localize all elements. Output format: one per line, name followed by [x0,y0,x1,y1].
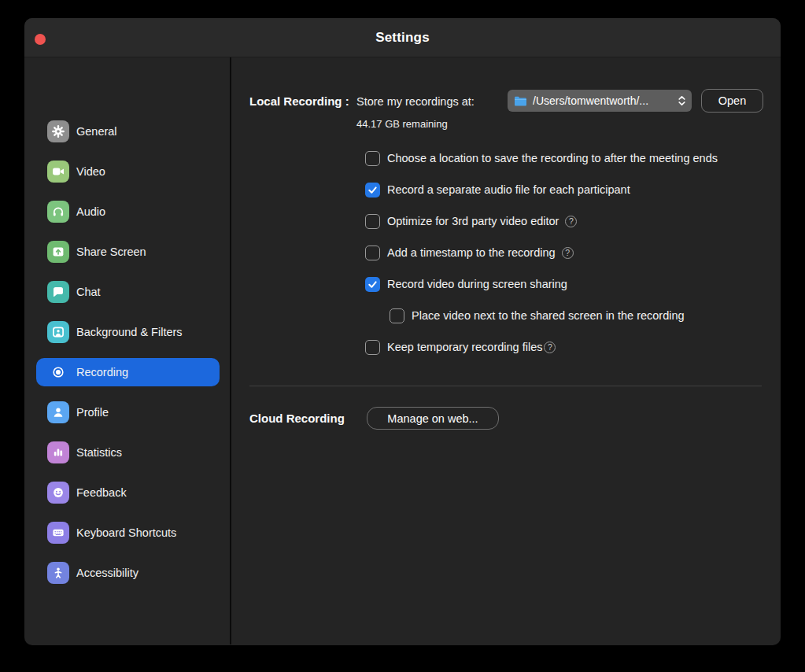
checkbox-unchecked[interactable] [365,151,380,166]
sidebar-item-label: Keyboard Shortcuts [76,526,176,539]
sidebar-item-statistics[interactable]: Statistics [36,438,220,467]
open-folder-button[interactable]: Open [701,89,763,113]
chat-bubble-icon [47,281,69,303]
share-screen-icon [47,241,69,263]
sidebar-item-video[interactable]: Video [36,157,220,186]
sidebar-item-label: Background & Filters [76,326,183,338]
bar-chart-icon [47,441,69,463]
checkbox-row: Place video next to the shared screen in… [390,305,685,327]
background-filters-icon [47,321,69,343]
checkbox-label: Place video next to the shared screen in… [412,309,685,322]
checkbox-label: Keep temporary recording files [387,341,542,353]
gear-icon [47,120,69,142]
sidebar-item-accessibility[interactable]: Accessibility [36,559,220,587]
cloud-recording-section-label: Cloud Recording [249,412,345,425]
sidebar-item-label: Video [76,165,105,178]
smiley-icon [47,482,69,504]
checkbox-row: Record a separate audio file for each pa… [365,179,630,201]
keyboard-icon [47,522,69,544]
title-bar: Settings [24,18,781,57]
sidebar-item-background-filters[interactable]: Background & Filters [36,318,220,346]
help-icon[interactable]: ? [562,247,574,259]
accessibility-icon [47,562,69,584]
manage-on-web-button[interactable]: Manage on web... [367,407,499,430]
sidebar-item-audio[interactable]: Audio [36,198,220,226]
sidebar-item-label: Audio [76,205,105,218]
sidebar-item-label: Profile [76,406,109,419]
sidebar-item-label: Statistics [76,446,122,459]
sidebar-item-label: Chat [76,286,101,298]
person-icon [47,401,69,423]
close-window-button[interactable] [35,34,46,45]
headphones-icon [47,201,69,223]
checkbox-unchecked[interactable] [365,214,380,229]
sidebar-item-share-screen[interactable]: Share Screen [36,238,220,266]
settings-window: Settings GeneralVideoAudioShare ScreenCh… [24,18,781,645]
checkbox-label: Record a separate audio file for each pa… [387,183,630,196]
checkbox-unchecked[interactable] [365,246,380,260]
checkbox-unchecked[interactable] [390,308,404,323]
local-recording-section-label: Local Recording : [249,94,349,108]
sidebar-item-recording[interactable]: Recording [36,358,220,386]
recording-settings-panel: Local Recording : Store my recordings at… [231,57,781,644]
sidebar-item-general[interactable]: General [36,117,220,146]
checkbox-row: Optimize for 3rd party video editor? [365,210,577,232]
help-icon[interactable]: ? [565,216,577,227]
record-icon [47,361,69,383]
sidebar-item-feedback[interactable]: Feedback [36,478,220,507]
recording-path-select[interactable]: /Users/tomwentworth/... [508,90,692,112]
sidebar-item-label: Share Screen [76,246,146,258]
checkbox-unchecked[interactable] [365,340,380,355]
checkbox-row: Keep temporary recording files? [365,336,556,358]
checkbox-label: Add a timestamp to the recording [387,246,556,259]
sidebar-item-chat[interactable]: Chat [36,278,220,306]
sidebar-item-label: Recording [76,366,128,378]
checkbox-label: Record video during screen sharing [387,278,567,290]
settings-sidebar: GeneralVideoAudioShare ScreenChatBackgro… [24,57,231,644]
video-camera-icon [47,161,69,183]
sidebar-item-label: Accessibility [76,567,138,579]
checkbox-label: Choose a location to save the recording … [387,152,718,164]
store-recordings-label: Store my recordings at: [356,95,475,108]
section-divider [249,386,762,386]
checkbox-label: Optimize for 3rd party video editor [387,215,559,227]
help-icon[interactable]: ? [544,342,556,353]
chevron-up-down-icon [678,94,686,107]
recording-path-value: /Users/tomwentworth/... [533,94,678,107]
checkbox-row: Record video during screen sharing [365,273,567,295]
disk-space-remaining: 44.17 GB remaining [356,118,448,130]
checkbox-checked[interactable] [365,277,380,292]
sidebar-item-label: General [76,125,117,138]
folder-icon [514,95,527,107]
window-title: Settings [375,30,430,46]
sidebar-item-label: Feedback [76,486,127,499]
checkbox-checked[interactable] [365,183,380,198]
checkbox-row: Choose a location to save the recording … [365,147,718,169]
checkbox-row: Add a timestamp to the recording? [365,242,574,264]
sidebar-item-keyboard-shortcuts[interactable]: Keyboard Shortcuts [36,519,220,547]
sidebar-item-profile[interactable]: Profile [36,398,220,426]
